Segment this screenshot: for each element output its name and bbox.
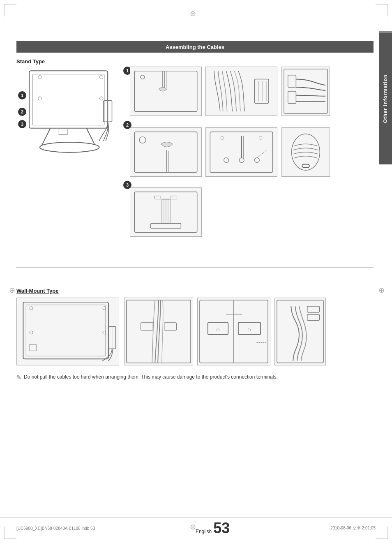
stand-left-svg xyxy=(16,67,118,164)
svg-rect-33 xyxy=(302,164,309,167)
svg-rect-62 xyxy=(307,306,320,312)
wall-left-image xyxy=(16,298,119,365)
svg-point-7 xyxy=(38,97,42,100)
header-bar: Assembling the Cables xyxy=(16,41,374,53)
note-icon: ✎ xyxy=(16,374,21,381)
note-text: Do not pull the cables too hard when arr… xyxy=(24,374,278,380)
stand-r2-img2 xyxy=(205,127,277,177)
crosshair-right: ⊕ xyxy=(378,286,385,295)
footer-page-number: 53 xyxy=(213,521,230,536)
svg-rect-42 xyxy=(23,302,108,359)
footer-english: English xyxy=(196,529,212,534)
section-divider xyxy=(16,267,374,268)
wall-mount-label: Wall-Mount Type xyxy=(16,288,59,294)
stand-r1-img3 xyxy=(281,67,330,116)
svg-line-2 xyxy=(42,128,51,145)
side-tab-text: Other Information xyxy=(383,74,388,123)
footer-center: English 53 xyxy=(196,521,230,536)
svg-line-3 xyxy=(86,128,95,145)
footer: [UC6900_XC]BN68-02843A-01L06.indb 53 Eng… xyxy=(0,517,392,536)
svg-rect-41 xyxy=(151,224,181,229)
stand-type-label: Stand Type xyxy=(16,58,45,65)
crosshair-top: ⊕ xyxy=(190,9,196,18)
svg-point-27 xyxy=(239,158,244,163)
wall-r1-image xyxy=(124,298,193,365)
svg-point-44 xyxy=(30,307,33,310)
svg-rect-43 xyxy=(26,305,106,356)
svg-point-4 xyxy=(40,142,99,153)
svg-rect-35 xyxy=(154,196,161,199)
footer-left-text: [UC6900_XC]BN68-02843A-01L06.indb 53 xyxy=(16,526,95,531)
svg-point-22 xyxy=(139,137,146,143)
wall-r3-image xyxy=(274,298,326,365)
svg-text:(      ): ( ) xyxy=(248,328,251,331)
side-tab: Other Information xyxy=(379,33,392,164)
stand-r2-img1 xyxy=(130,127,202,177)
note-section: ✎ Do not pull the cables too hard when a… xyxy=(16,374,278,381)
svg-point-8 xyxy=(100,97,103,100)
svg-rect-20 xyxy=(288,91,296,103)
svg-rect-53 xyxy=(164,322,177,330)
step2-badge-left: 2 xyxy=(18,108,26,116)
stand-r1-img1 xyxy=(130,67,202,116)
svg-point-13 xyxy=(141,75,145,79)
wall-r2-image: ( ) ( ) xyxy=(197,298,270,365)
svg-point-28 xyxy=(254,158,259,163)
svg-rect-52 xyxy=(141,322,153,330)
corner-tl xyxy=(4,4,16,16)
svg-point-5 xyxy=(38,76,42,79)
svg-point-26 xyxy=(224,158,229,163)
svg-rect-50 xyxy=(29,345,37,351)
stand-r1-img2 xyxy=(205,67,277,116)
svg-rect-63 xyxy=(307,314,320,321)
svg-rect-11 xyxy=(59,128,67,134)
corner-tr xyxy=(376,4,388,16)
stand-left-image: 1 2 3 xyxy=(16,67,118,163)
svg-point-6 xyxy=(100,76,103,79)
svg-rect-12 xyxy=(134,71,197,111)
crosshair-left: ⊕ xyxy=(9,286,15,295)
svg-point-29 xyxy=(221,136,224,140)
page-title: Assembling the Cables xyxy=(166,44,224,50)
svg-text:(    ): ( ) xyxy=(217,328,220,331)
svg-rect-36 xyxy=(171,196,177,199)
svg-point-30 xyxy=(259,136,262,140)
stand-r2-img3 xyxy=(281,127,330,177)
stand-r3-img1 xyxy=(130,187,202,237)
svg-rect-21 xyxy=(134,132,197,172)
svg-line-31 xyxy=(257,150,267,158)
svg-point-46 xyxy=(30,331,33,334)
page-wrapper: ⊕ ⊕ ⊕ ⊕ Other Information 05 Assembling … xyxy=(0,0,392,543)
step3-badge-left: 3 xyxy=(18,120,26,128)
footer-right-text: 2010-08-06 오후 2:01:05 xyxy=(330,525,376,531)
svg-rect-1 xyxy=(32,74,104,125)
svg-rect-19 xyxy=(288,75,296,87)
step1-badge-left: 1 xyxy=(18,91,26,99)
